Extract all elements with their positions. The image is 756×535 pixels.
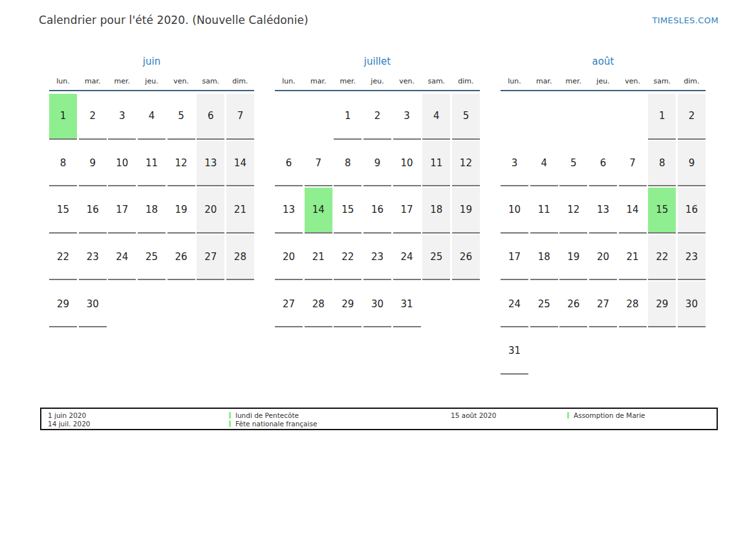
- calendar-page: Calendrier pour l'été 2020. (Nouvelle Ca…: [0, 0, 756, 535]
- empty-cell: [559, 94, 587, 140]
- day-cell: 21: [619, 235, 647, 281]
- week-row: 15161718192021: [49, 188, 254, 235]
- day-cell: 8: [49, 141, 77, 187]
- month-header-rule: [275, 90, 480, 91]
- weekday-label: ven.: [393, 76, 421, 86]
- day-cell: 23: [363, 235, 391, 281]
- day-cell: 3: [108, 94, 136, 140]
- empty-cell: [589, 329, 617, 375]
- day-cell: 2: [363, 94, 391, 140]
- empty-cell: [226, 281, 254, 327]
- day-cell: 19: [167, 188, 195, 234]
- day-cell: 7: [226, 94, 254, 140]
- weekday-label: jeu.: [589, 76, 617, 86]
- day-cell: 28: [305, 281, 332, 327]
- day-cell: 30: [678, 281, 706, 327]
- week-row: 3456789: [501, 141, 706, 188]
- day-cell: 21: [305, 235, 332, 281]
- day-cell: 9: [363, 141, 391, 187]
- month-grid: 1234567891011121314151617181920212223242…: [49, 94, 254, 329]
- week-row: 22232425262728: [49, 235, 254, 282]
- day-cell: 22: [334, 235, 362, 281]
- empty-cell: [138, 281, 166, 327]
- day-cell: 20: [589, 235, 617, 281]
- day-cell: 26: [167, 235, 195, 281]
- week-row: 20212223242526: [275, 235, 480, 282]
- weekday-label: dim.: [226, 76, 254, 86]
- empty-cell: [167, 281, 195, 327]
- day-cell: 13: [197, 141, 224, 187]
- empty-cell: [305, 94, 332, 140]
- day-cell: 20: [197, 188, 224, 234]
- month-header-rule: [501, 90, 706, 91]
- weekday-label: jeu.: [363, 76, 391, 86]
- day-cell: 10: [393, 141, 421, 187]
- legend-names-group-2: Assomption de Marie: [567, 411, 645, 420]
- day-cell: 30: [363, 281, 391, 327]
- day-cell: 2: [79, 94, 107, 140]
- day-cell: 28: [226, 235, 254, 281]
- day-cell: 14: [226, 141, 254, 187]
- day-cell: 4: [422, 94, 450, 140]
- legend-holiday: lundi de Pentecôte: [229, 411, 317, 420]
- empty-cell: [501, 94, 528, 140]
- day-cell: 31: [501, 329, 528, 375]
- day-cell: 2: [678, 94, 706, 140]
- day-cell: 7: [619, 141, 647, 187]
- legend-dates-group-1: 1 juin 202014 juil. 2020: [48, 411, 91, 428]
- weekday-label: dim.: [678, 76, 706, 86]
- holiday-legend: 1 juin 202014 juil. 2020 lundi de Pentec…: [40, 408, 718, 430]
- day-cell: 25: [530, 281, 558, 327]
- day-cell: 10: [501, 188, 528, 234]
- legend-names-group-1: lundi de PentecôteFête nationale françai…: [229, 411, 317, 428]
- day-cell: 21: [226, 188, 254, 234]
- week-row: 13141516171819: [275, 188, 480, 235]
- week-row: 2728293031: [275, 281, 480, 329]
- day-cell: 19: [559, 235, 587, 281]
- weekday-label: mar.: [79, 76, 107, 86]
- day-cell: 19: [452, 188, 480, 234]
- day-cell: 24: [108, 235, 136, 281]
- week-row: 17181920212223: [501, 235, 706, 282]
- day-cell: 8: [334, 141, 362, 187]
- day-cell: 27: [589, 281, 617, 327]
- day-cell: 11: [138, 141, 166, 187]
- month-aout: aoûtlun.mar.mer.jeu.ven.sam.dim.12345678…: [501, 55, 706, 376]
- day-cell: 12: [452, 141, 480, 187]
- legend-date: 15 août 2020: [451, 411, 496, 420]
- week-row: 6789101112: [275, 141, 480, 188]
- week-row: 31: [501, 329, 706, 376]
- holiday-day-cell: 14: [305, 188, 332, 234]
- legend-date: 14 juil. 2020: [48, 420, 91, 428]
- weekday-label: sam.: [648, 76, 676, 86]
- week-row: 12: [501, 94, 706, 141]
- month-juillet: juilletlun.mar.mer.jeu.ven.sam.dim.12345…: [275, 55, 480, 329]
- empty-cell: [530, 329, 558, 375]
- holiday-day-cell: 15: [648, 188, 676, 234]
- day-cell: 30: [79, 281, 107, 327]
- day-cell: 18: [138, 188, 166, 234]
- day-cell: 13: [589, 188, 617, 234]
- day-cell: 14: [619, 188, 647, 234]
- weekday-label: lun.: [49, 76, 77, 86]
- week-row: 10111213141516: [501, 188, 706, 235]
- day-cell: 22: [49, 235, 77, 281]
- day-cell: 15: [334, 188, 362, 234]
- weekday-header-row: lun.mar.mer.jeu.ven.sam.dim.: [49, 76, 254, 86]
- empty-cell: [108, 281, 136, 327]
- timesles-link[interactable]: TIMESLES.COM: [652, 16, 718, 25]
- day-cell: 12: [559, 188, 587, 234]
- day-cell: 27: [197, 235, 224, 281]
- legend-dates-group-2: 15 août 2020: [451, 411, 496, 420]
- day-cell: 7: [305, 141, 332, 187]
- day-cell: 10: [108, 141, 136, 187]
- month-header-rule: [49, 90, 254, 91]
- day-cell: 26: [559, 281, 587, 327]
- day-cell: 27: [275, 281, 303, 327]
- day-cell: 11: [422, 141, 450, 187]
- empty-cell: [589, 94, 617, 140]
- empty-cell: [275, 94, 303, 140]
- day-cell: 9: [678, 141, 706, 187]
- weekday-label: sam.: [197, 76, 224, 86]
- day-cell: 3: [393, 94, 421, 140]
